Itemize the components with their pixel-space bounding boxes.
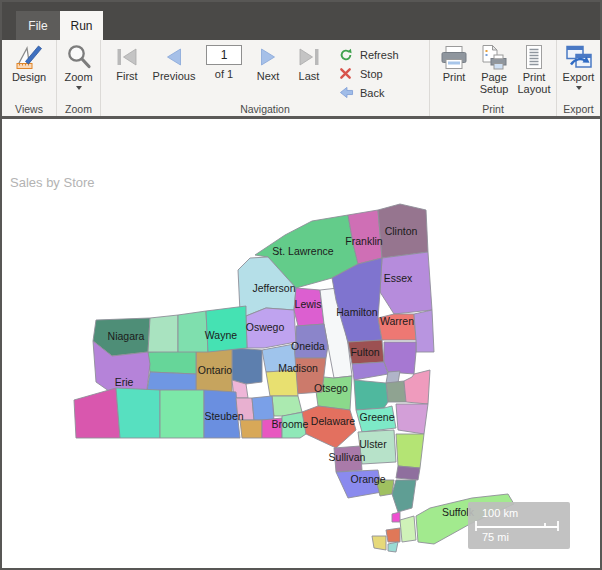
county-bronx[interactable] — [392, 512, 400, 522]
county-label-ulster: Ulster — [359, 438, 387, 450]
next-label: Next — [257, 70, 280, 82]
back-button[interactable]: Back — [339, 83, 399, 102]
views-group-label: Views — [2, 103, 56, 115]
county-label-greene: Greene — [359, 411, 394, 423]
zoom-dropdown-caret[interactable] — [76, 86, 82, 90]
county-genesee[interactable] — [148, 350, 196, 374]
county-dutchess[interactable] — [396, 434, 424, 468]
previous-label: Previous — [153, 70, 196, 82]
county-saratoga[interactable] — [384, 342, 416, 374]
refresh-label: Refresh — [360, 49, 399, 61]
stop-button[interactable]: Stop — [339, 64, 399, 83]
county-columbia[interactable] — [396, 404, 428, 434]
county-chemung[interactable] — [240, 420, 262, 438]
county-label-st-lawrence: St. Lawrence — [272, 245, 333, 257]
county-orleans[interactable] — [148, 315, 178, 352]
county-label-warren: Warren — [380, 315, 414, 327]
title-bar: File Run — [2, 2, 600, 40]
zoom-button[interactable]: Zoom — [57, 40, 100, 90]
county-tompkins[interactable] — [252, 396, 274, 420]
county-label-franklin: Franklin — [345, 235, 383, 247]
scale-mi-label: 75 mi — [482, 531, 509, 543]
county-montgomery[interactable] — [352, 362, 388, 380]
county-label-steuben: Steuben — [204, 410, 243, 422]
county-chautauqua[interactable] — [74, 388, 120, 438]
previous-page-icon — [161, 44, 187, 70]
county-nassau[interactable] — [400, 516, 416, 542]
export-group-label: Export — [557, 103, 600, 115]
print-button[interactable]: Print — [434, 42, 474, 95]
county-washington[interactable] — [414, 310, 434, 352]
county-label-essex: Essex — [384, 272, 413, 284]
previous-page-button[interactable]: Previous — [147, 42, 201, 82]
next-page-button[interactable]: Next — [247, 42, 289, 82]
print-label: Print — [434, 71, 474, 83]
export-label: Export — [563, 71, 595, 83]
county-label-oswego: Oswego — [246, 321, 285, 333]
scale-km-label: 100 km — [482, 507, 518, 519]
report-page: St. LawrenceFranklinClintonEssexJefferso… — [2, 119, 600, 568]
county-albany[interactable] — [386, 381, 406, 402]
stop-icon — [339, 67, 355, 81]
tab-run[interactable]: Run — [60, 11, 103, 40]
page-number-box: 1 of 1 — [201, 42, 247, 80]
county-ontario[interactable] — [232, 348, 262, 384]
magnifier-icon — [65, 43, 93, 71]
first-page-button[interactable]: First — [107, 42, 147, 82]
report-title: Sales by Store — [10, 175, 95, 190]
design-label: Design — [12, 71, 46, 83]
county-putnam[interactable] — [396, 466, 420, 480]
last-page-button[interactable]: Last — [289, 42, 329, 82]
last-label: Last — [299, 70, 320, 82]
county-richmond[interactable] — [388, 542, 398, 552]
ribbon-group-export: Export Export — [557, 40, 600, 116]
county-label-niagara: Niagara — [108, 330, 145, 342]
county-label-fulton: Fulton — [350, 346, 379, 358]
print-layout-button[interactable]: Print Layout — [514, 42, 554, 95]
export-dropdown-caret[interactable] — [576, 86, 582, 90]
ribbon-group-navigation: First Previous 1 of 1 — [101, 40, 430, 116]
county-label-oneida: Oneida — [291, 340, 325, 352]
county-label-broome: Broome — [272, 418, 309, 430]
print-layout-icon — [519, 44, 549, 71]
county-schoharie[interactable] — [354, 380, 388, 410]
print-icon — [439, 44, 469, 71]
county-queens[interactable] — [386, 528, 400, 542]
zoom-label: Zoom — [64, 71, 92, 83]
county-label-madison: Madison — [278, 362, 318, 374]
county-label-jefferson: Jefferson — [253, 282, 296, 294]
design-icon — [14, 43, 44, 71]
page-setup-button[interactable]: Page Setup — [474, 42, 514, 95]
county-delaware[interactable] — [302, 406, 356, 448]
county-label-sullivan: Sullivan — [329, 451, 366, 463]
county-cattaraugus[interactable] — [116, 388, 160, 438]
map-scale-bar: 100 km75 mi — [468, 502, 570, 549]
county-label-clinton: Clinton — [385, 225, 418, 237]
county-allegany[interactable] — [160, 390, 204, 438]
ribbon-group-print: Print Page Setup — [430, 40, 557, 116]
county-schenectady[interactable] — [386, 371, 400, 383]
next-page-icon — [255, 44, 281, 70]
refresh-icon — [339, 48, 355, 62]
first-label: First — [116, 70, 137, 82]
print-group-label: Print — [430, 103, 556, 115]
county-label-erie: Erie — [115, 376, 134, 388]
county-rensselaer[interactable] — [404, 370, 430, 404]
page-number-input[interactable]: 1 — [206, 45, 242, 65]
tab-file[interactable]: File — [16, 11, 60, 40]
page-setup-label: Page Setup — [474, 71, 514, 95]
page-setup-icon — [479, 44, 509, 71]
ribbon-group-views: Design Views — [2, 40, 57, 116]
refresh-button[interactable]: Refresh — [339, 45, 399, 64]
county-label-delaware: Delaware — [311, 415, 356, 427]
first-page-icon — [114, 44, 140, 70]
county-kings[interactable] — [372, 536, 386, 550]
last-page-icon — [296, 44, 322, 70]
county-westchester[interactable] — [392, 480, 416, 512]
report-viewer-window: File Run Design Views — [0, 0, 602, 570]
county-label-lewis: Lewis — [295, 298, 322, 310]
design-button[interactable]: Design — [2, 40, 56, 83]
export-icon — [564, 43, 594, 71]
export-button[interactable]: Export — [557, 40, 600, 90]
county-monroe[interactable] — [178, 311, 208, 352]
